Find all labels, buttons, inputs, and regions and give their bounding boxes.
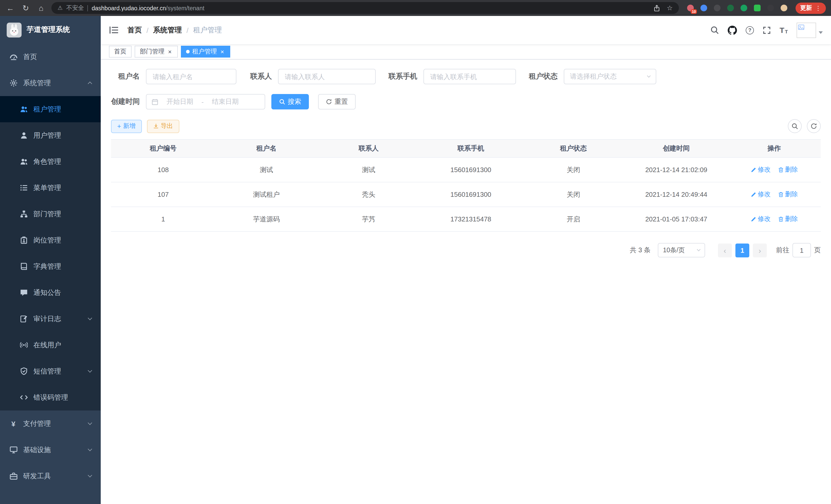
phone-input[interactable] <box>424 69 516 84</box>
user-avatar[interactable] <box>797 22 823 38</box>
sidebar-item-dict[interactable]: 字典管理 <box>0 253 101 279</box>
add-button[interactable]: + 新增 <box>111 119 142 133</box>
edit-link[interactable]: 修改 <box>751 166 771 174</box>
edit-link[interactable]: 修改 <box>751 215 771 224</box>
col-tenant-name: 租户名 <box>215 140 318 157</box>
github-icon[interactable] <box>728 25 737 35</box>
sidebar-item-infra[interactable]: 基础设施 <box>0 437 101 463</box>
date-separator: - <box>201 98 204 106</box>
prev-page-button[interactable]: ‹ <box>718 243 732 257</box>
extension-icon-3[interactable] <box>713 4 721 12</box>
browser-menu-icon[interactable]: ⋮ <box>815 4 821 11</box>
phone-label: 联系手机 <box>389 72 424 81</box>
chevron-down-icon <box>88 447 92 451</box>
table-row: 108 测试 测试 15601691300 关闭 2021-12-14 21:0… <box>111 157 821 182</box>
col-contact: 联系人 <box>318 140 420 157</box>
security-label: 不安全 <box>66 4 84 12</box>
tab-tenant[interactable]: 租户管理 × <box>181 46 230 58</box>
tenant-icon <box>20 105 28 113</box>
user-icon <box>20 131 28 139</box>
edit-link[interactable]: 修改 <box>751 190 771 199</box>
reset-button[interactable]: 重置 <box>318 94 355 110</box>
browser-reload-icon[interactable]: ↻ <box>21 4 31 12</box>
yen-icon: ¥ <box>9 420 18 427</box>
font-size-icon[interactable]: TT <box>780 26 788 34</box>
page-size-select[interactable]: 10条/页 <box>658 243 705 258</box>
delete-link[interactable]: 删除 <box>778 166 798 174</box>
browser-update-button[interactable]: 更新 ⋮ <box>796 2 826 13</box>
sidebar-item-sms[interactable]: 短信管理 <box>0 358 101 384</box>
sidebar-item-system[interactable]: 系统管理 <box>0 70 101 96</box>
delete-link[interactable]: 删除 <box>778 190 798 199</box>
next-page-button[interactable]: › <box>753 243 767 257</box>
sidebar-item-devtool[interactable]: 研发工具 <box>0 463 101 489</box>
tenant-name-label: 租户名 <box>111 72 146 81</box>
close-icon[interactable]: × <box>220 48 225 55</box>
tab-home[interactable]: 首页 <box>109 46 132 58</box>
sidebar-item-payment[interactable]: ¥ 支付管理 <box>0 411 101 437</box>
sidebar-item-role[interactable]: 角色管理 <box>0 148 101 175</box>
extension-pin-icon[interactable] <box>766 4 775 12</box>
sidebar-item-post[interactable]: 岗位管理 <box>0 227 101 253</box>
create-time-range-picker[interactable]: 开始日期 - 结束日期 <box>146 94 265 110</box>
goto-page-input[interactable] <box>793 243 811 258</box>
breadcrumb-system[interactable]: 系统管理 <box>153 25 182 35</box>
dashboard-icon <box>9 53 18 61</box>
tenant-status-select[interactable]: 请选择租户状态 <box>564 69 656 84</box>
chevron-down-icon <box>88 421 92 425</box>
date-end-placeholder: 结束日期 <box>207 97 244 106</box>
close-icon[interactable]: × <box>167 48 173 55</box>
sidebar-item-notice[interactable]: 通知公告 <box>0 279 101 306</box>
gear-icon <box>9 79 18 87</box>
sidebar-item-user[interactable]: 用户管理 <box>0 122 101 148</box>
extension-icon-6[interactable] <box>753 4 762 12</box>
status-cell: 关闭 <box>522 182 625 207</box>
browser-back-icon[interactable]: ← <box>5 4 16 12</box>
contact-input[interactable] <box>278 69 376 84</box>
error-code-icon <box>20 393 28 401</box>
sidebar-item-audit-log[interactable]: 审计日志 <box>0 306 101 332</box>
delete-link[interactable]: 删除 <box>778 215 798 224</box>
sidebar-item-error-code[interactable]: 错误码管理 <box>0 384 101 411</box>
extension-icon-1[interactable]: 10 <box>686 4 695 12</box>
fullscreen-icon[interactable] <box>763 26 771 34</box>
col-tenant-id: 租户编号 <box>111 140 215 157</box>
bookmark-star-icon[interactable]: ☆ <box>667 4 673 12</box>
refresh-button[interactable] <box>807 119 821 133</box>
sidebar-item-home[interactable]: 首页 <box>0 44 101 70</box>
breadcrumb-home[interactable]: 首页 <box>127 25 142 35</box>
tab-dept[interactable]: 部门管理 × <box>135 46 178 58</box>
goto-label: 前往 <box>776 245 790 255</box>
extension-icon-5[interactable] <box>740 4 748 12</box>
share-icon[interactable] <box>654 4 661 11</box>
toggle-search-button[interactable] <box>788 119 802 133</box>
page-number-button[interactable]: 1 <box>736 243 749 257</box>
avatar-image-placeholder <box>797 22 816 38</box>
sidebar-item-menu[interactable]: 菜单管理 <box>0 175 101 201</box>
browser-home-icon[interactable]: ⌂ <box>36 4 46 12</box>
tenant-name-input[interactable] <box>146 69 236 84</box>
devtool-icon <box>9 472 18 480</box>
sidebar-item-dept[interactable]: 部门管理 <box>0 201 101 227</box>
omnibox-divider <box>88 5 88 11</box>
app-title: 芋道管理系统 <box>27 25 70 34</box>
extension-icon-4[interactable] <box>726 4 735 12</box>
search-icon[interactable] <box>710 26 719 34</box>
browser-address-bar[interactable]: ⚠ 不安全 dashboard.yudao.iocoder.cn/system/… <box>51 2 679 14</box>
export-button[interactable]: 导出 <box>147 119 179 133</box>
sidebar-item-tenant[interactable]: 租户管理 <box>0 96 101 122</box>
extension-icon-2[interactable] <box>699 4 708 12</box>
warning-icon: ⚠ <box>58 5 63 11</box>
sidebar-toggle-icon[interactable] <box>109 25 119 35</box>
create-time-label: 创建时间 <box>111 97 146 106</box>
logo-avatar <box>7 22 22 37</box>
col-phone: 联系手机 <box>420 140 522 157</box>
search-button[interactable]: 搜索 <box>271 94 309 110</box>
filter-row-2: 创建时间 开始日期 - 结束日期 搜索 重置 <box>111 94 821 110</box>
download-icon <box>153 123 159 129</box>
help-icon[interactable]: ? <box>746 26 754 34</box>
sidebar-item-online-user[interactable]: 在线用户 <box>0 332 101 358</box>
table-toolbar: + 新增 导出 <box>111 119 821 133</box>
chevron-down-icon <box>88 316 92 320</box>
extension-icon-8[interactable] <box>780 4 789 12</box>
